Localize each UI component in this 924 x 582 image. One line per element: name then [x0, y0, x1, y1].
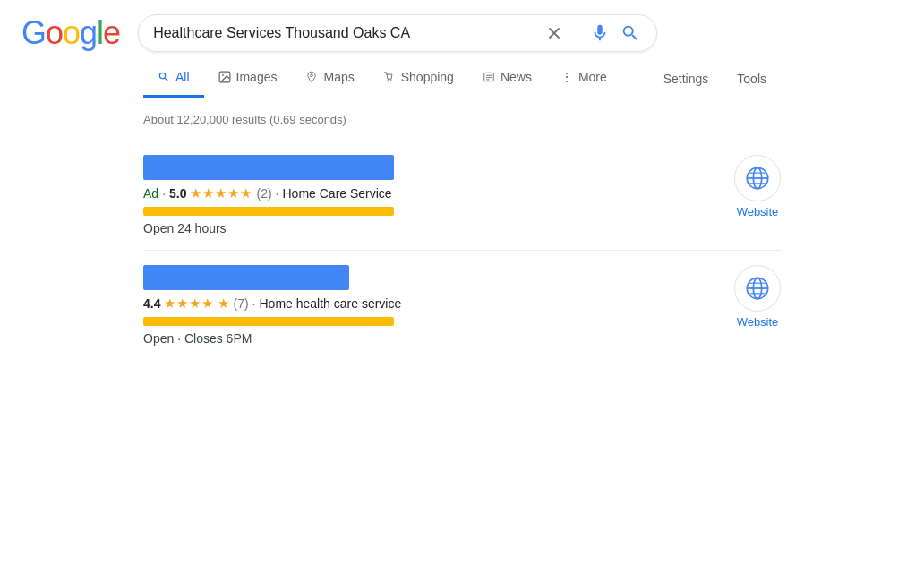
more-tab-icon: ⋮	[560, 70, 573, 84]
website-label: Website	[737, 315, 779, 329]
result-title-bar[interactable]	[143, 155, 394, 180]
result-url-bar[interactable]	[143, 207, 394, 216]
logo-o1: o	[46, 14, 63, 51]
tab-shopping[interactable]: Shopping	[369, 59, 468, 98]
result-left: Ad · 5.0 ★★★★★ (2) · Home Care Service O…	[143, 155, 698, 235]
search-input[interactable]	[153, 25, 535, 41]
website-button[interactable]: Website	[734, 155, 781, 218]
tab-all[interactable]: All	[143, 59, 204, 98]
tab-maps-label: Maps	[323, 70, 354, 84]
tab-news-label: News	[500, 70, 532, 84]
result-title-bar[interactable]	[143, 265, 349, 290]
shopping-tab-icon	[383, 71, 396, 83]
logo-o2: o	[63, 14, 80, 51]
search-divider	[577, 22, 578, 44]
separator: ·	[162, 186, 166, 201]
svg-point-3	[390, 80, 392, 81]
business-type: Home Care Service	[283, 186, 392, 201]
stars: ★★★★★	[190, 185, 252, 201]
tools-link[interactable]: Tools	[723, 61, 781, 97]
tab-more[interactable]: ⋮ More	[546, 59, 621, 98]
voice-search-button[interactable]	[588, 23, 612, 43]
tab-images-label: Images	[236, 70, 278, 84]
result-snippet: Open · Closes 6PM	[143, 331, 698, 346]
globe-circle	[734, 265, 781, 312]
separator: ·	[252, 296, 256, 311]
results-area: About 12,20,000 results (0.69 seconds) A…	[0, 98, 924, 378]
result-snippet: Open 24 hours	[143, 221, 698, 235]
result-card: Ad · 5.0 ★★★★★ (2) · Home Care Service O…	[143, 141, 781, 251]
clear-search-button[interactable]	[543, 25, 566, 41]
svg-point-2	[387, 80, 389, 81]
images-tab-icon	[218, 71, 231, 83]
result-meta: 4.4 ★★★★★ (7) · Home health care service	[143, 295, 698, 312]
website-label: Website	[737, 205, 779, 218]
search-tab-icon	[158, 71, 170, 83]
tab-maps[interactable]: Maps	[291, 59, 368, 98]
globe-icon	[745, 276, 770, 301]
globe-icon	[745, 166, 770, 191]
nav-tabs: All Images Maps Shopping News ⋮ More Set…	[0, 59, 924, 98]
review-count: (2)	[256, 186, 271, 201]
half-star: ★	[218, 295, 229, 312]
globe-circle	[734, 155, 781, 201]
news-tab-icon	[483, 71, 495, 83]
separator2: ·	[276, 186, 279, 201]
rating-number: 5.0	[169, 186, 186, 201]
tab-news[interactable]: News	[468, 59, 546, 98]
tab-images[interactable]: Images	[204, 59, 292, 98]
maps-tab-icon	[305, 71, 318, 83]
search-submit-button[interactable]	[619, 23, 642, 43]
tab-shopping-label: Shopping	[401, 70, 454, 84]
rating-number: 4.4	[143, 296, 160, 311]
tab-all-label: All	[175, 70, 190, 84]
result-left: 4.4 ★★★★★ (7) · Home health care service…	[143, 265, 698, 346]
result-meta: Ad · 5.0 ★★★★★ (2) · Home Care Service	[143, 185, 698, 201]
search-bar	[138, 14, 657, 52]
logo-g2: g	[80, 14, 97, 51]
mic-icon	[590, 23, 610, 43]
website-button[interactable]: Website	[734, 265, 781, 329]
logo-e: e	[103, 14, 120, 51]
stars: ★★★★	[164, 295, 214, 312]
header: Google	[0, 0, 924, 59]
nav-right: Settings Tools	[649, 61, 781, 97]
business-type: Home health care service	[259, 296, 401, 311]
search-icon	[620, 23, 640, 43]
tab-more-label: More	[578, 70, 607, 84]
svg-point-1	[222, 74, 224, 76]
google-logo: Google	[21, 14, 120, 52]
settings-link[interactable]: Settings	[649, 61, 723, 97]
result-url-bar[interactable]	[143, 317, 394, 326]
ad-badge: Ad	[143, 186, 158, 201]
result-card: 4.4 ★★★★★ (7) · Home health care service…	[143, 251, 781, 360]
logo-g1: G	[21, 14, 46, 51]
results-count: About 12,20,000 results (0.69 seconds)	[143, 106, 781, 141]
close-icon	[546, 25, 562, 41]
review-count: (7)	[233, 296, 248, 311]
